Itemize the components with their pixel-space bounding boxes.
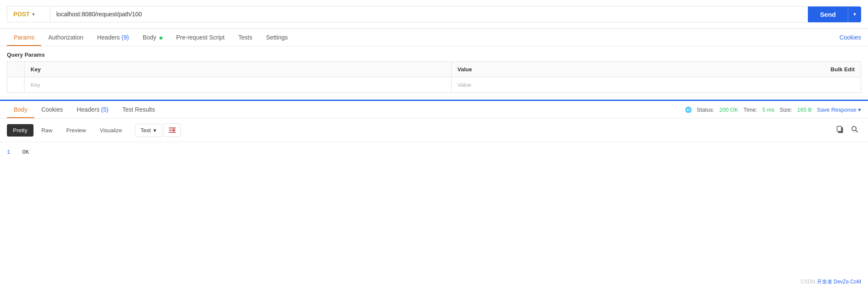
copy-button[interactable] — [834, 123, 847, 137]
request-tabs-row: Params Authorization Headers (9) Body Pr… — [0, 29, 868, 46]
tab-settings[interactable]: Settings — [259, 29, 295, 46]
row-checkbox-cell — [7, 77, 24, 93]
tab-headers[interactable]: Headers (9) — [90, 29, 136, 46]
method-selector[interactable]: POST ▾ — [7, 6, 50, 22]
response-meta: 🌐 Status: 200 OK Time: 5 ms Size: 165 B … — [685, 106, 861, 113]
headers-badge: (9) — [122, 34, 129, 41]
send-chevron-button[interactable]: ▾ — [848, 6, 861, 22]
cookies-link[interactable]: Cookies — [839, 34, 861, 41]
row-value-cell[interactable]: Value — [451, 77, 625, 93]
row-bulk-cell — [625, 77, 861, 93]
format-visualize[interactable]: Visualize — [94, 124, 128, 137]
body-dot-icon — [159, 37, 162, 40]
size-label: Size: — [779, 106, 792, 113]
response-tab-body[interactable]: Body — [7, 101, 34, 118]
method-label: POST — [13, 11, 30, 18]
globe-icon: 🌐 — [685, 106, 692, 113]
format-pretty[interactable]: Pretty — [7, 124, 34, 137]
response-tabs-row: Body Cookies Headers (5) Test Results 🌐 … — [0, 101, 868, 119]
tab-body[interactable]: Body — [136, 29, 169, 46]
time-label: Time: — [743, 106, 757, 113]
send-button-group: Send ▾ — [808, 6, 861, 22]
wrap-icon — [168, 127, 176, 134]
url-bar: POST ▾ Send ▾ — [0, 0, 868, 29]
type-selector[interactable]: Text ▾ — [135, 124, 162, 137]
line-number-1: 1 — [7, 149, 10, 155]
response-tab-headers[interactable]: Headers (5) — [70, 101, 116, 118]
format-raw[interactable]: Raw — [35, 124, 58, 137]
response-tab-test-results[interactable]: Test Results — [115, 101, 162, 118]
col-checkbox — [7, 62, 24, 77]
response-content: 1 OK — [0, 142, 868, 162]
response-line-1-text: OK — [22, 149, 29, 155]
query-params-table: Key Value Bulk Edit Key Value — [7, 61, 861, 93]
status-value: 200 OK — [719, 106, 738, 113]
size-value: 165 B — [797, 106, 812, 113]
response-headers-badge: (5) — [101, 106, 108, 113]
method-chevron-icon: ▾ — [32, 12, 35, 17]
col-value: Value — [451, 62, 625, 77]
time-value: 5 ms — [762, 106, 774, 113]
response-tab-cookies[interactable]: Cookies — [34, 101, 70, 118]
svg-rect-4 — [837, 126, 841, 131]
search-button[interactable] — [848, 123, 861, 137]
copy-icon — [836, 125, 844, 133]
wrap-button[interactable] — [164, 123, 181, 137]
tab-pre-request-script[interactable]: Pre-request Script — [169, 29, 232, 46]
tab-authorization[interactable]: Authorization — [41, 29, 90, 46]
status-label: Status: — [697, 106, 714, 113]
search-icon — [851, 125, 859, 133]
svg-line-6 — [856, 131, 858, 133]
row-key-cell[interactable]: Key — [24, 77, 452, 93]
response-body-toolbar: Pretty Raw Preview Visualize Text ▾ — [0, 119, 868, 142]
response-section: Body Cookies Headers (5) Test Results 🌐 … — [0, 100, 868, 162]
svg-point-5 — [852, 127, 856, 131]
col-key: Key — [24, 62, 452, 77]
table-row: Key Value — [7, 77, 861, 93]
save-response-chevron-icon: ▾ — [858, 106, 861, 113]
tab-params[interactable]: Params — [7, 29, 41, 46]
tab-tests[interactable]: Tests — [232, 29, 260, 46]
query-params-label: Query Params — [0, 46, 868, 61]
send-button[interactable]: Send — [808, 6, 848, 22]
save-response-button[interactable]: Save Response ▾ — [817, 106, 861, 113]
format-preview[interactable]: Preview — [60, 124, 92, 137]
type-label: Text — [141, 127, 151, 134]
bulk-edit-button[interactable]: Bulk Edit — [625, 62, 861, 77]
url-input[interactable] — [50, 6, 808, 22]
url-input-container — [50, 6, 808, 22]
type-chevron-icon: ▾ — [153, 127, 156, 134]
